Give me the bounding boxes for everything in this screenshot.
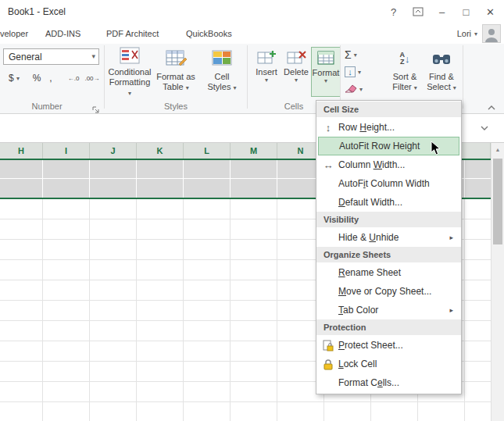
sort-filter-label-2: Filter: [392, 82, 411, 91]
menu-item-move-or-copy-sheet[interactable]: Move or Copy Sheet...: [318, 282, 459, 301]
accounting-format-button[interactable]: $ ▾: [3, 70, 25, 86]
menu-item-rename-sheet[interactable]: Rename Sheet: [318, 263, 459, 282]
conditional-formatting-button[interactable]: Conditional Formatting ▾: [107, 45, 152, 98]
sort-down-arrow-icon: ↓: [405, 53, 410, 65]
column-header-k[interactable]: K: [137, 143, 184, 159]
format-as-table-button[interactable]: Format as Table ▾: [154, 45, 198, 98]
cell-styles-label-2: Styles: [207, 82, 231, 91]
autosum-button[interactable]: Σ ▾: [345, 47, 357, 62]
find-select-label-2: Select: [427, 82, 451, 91]
menu-item-row-height[interactable]: ↕Row Height...: [318, 118, 459, 137]
ribbon-display-icon: [413, 7, 424, 16]
column-header-h[interactable]: H: [0, 143, 43, 159]
account-menu[interactable]: Lori ▾: [457, 23, 477, 44]
delete-cells-icon: [286, 47, 306, 67]
tab-pdf-architect[interactable]: PDF Architect: [102, 23, 163, 44]
column-header-i[interactable]: I: [43, 143, 90, 159]
delete-cells-button[interactable]: Delete ▾: [281, 47, 311, 97]
number-format-value: General: [9, 52, 42, 62]
menu-item-default-width[interactable]: Default Width...: [318, 193, 459, 212]
menu-item-tab-color[interactable]: Tab Color▸: [318, 301, 459, 319]
column-header-m[interactable]: M: [231, 143, 277, 159]
chevron-down-icon: ▾: [453, 84, 456, 91]
tab-developer-partial[interactable]: veloper: [0, 23, 33, 44]
number-format-select[interactable]: General ▾: [3, 48, 99, 65]
chevron-down-icon: ▾: [295, 77, 298, 84]
menu-section-organize-sheets: Organize Sheets: [316, 247, 461, 262]
eraser-icon: [345, 83, 357, 95]
close-button[interactable]: ✕: [480, 3, 501, 20]
comma-style-button[interactable]: ,: [45, 70, 56, 86]
menu-item-label: Protect Sheet...: [338, 340, 403, 351]
fill-down-icon: ↓: [345, 66, 356, 77]
menu-item-autof-it-column-width[interactable]: AutoFit Column Width: [318, 174, 459, 193]
window-title: Book1 - Excel: [8, 6, 66, 17]
percent-style-button[interactable]: %: [30, 70, 44, 86]
tab-add-ins[interactable]: ADD-INS: [41, 23, 85, 44]
menu-item-label: Move or Copy Sheet...: [338, 286, 431, 297]
vertical-scrollbar[interactable]: ▲: [491, 143, 504, 421]
menu-item-format-c-ells[interactable]: Format Cells...: [318, 373, 459, 392]
chevron-up-icon: [487, 105, 496, 111]
chevron-down-icon: ▾: [234, 84, 237, 91]
conditional-formatting-icon: [119, 45, 141, 67]
column-header-l[interactable]: L: [184, 143, 231, 159]
row-height-icon: ↕: [318, 122, 338, 134]
format-icon: [316, 48, 336, 68]
minimize-button[interactable]: –: [431, 3, 452, 20]
menu-item-protect-sheet[interactable]: Protect Sheet...: [318, 336, 459, 355]
chevron-down-icon: ▾: [128, 90, 131, 97]
conditional-formatting-label-2: Formatting: [109, 77, 151, 87]
menu-item-label: Lock Cell: [338, 359, 377, 369]
format-as-table-icon: [165, 45, 187, 72]
group-separator: [340, 45, 341, 109]
collapse-ribbon-button[interactable]: [485, 103, 498, 112]
menu-item-label: Column Width...: [338, 159, 405, 170]
menu-item-hide-unhide[interactable]: Hide & Unhide▸: [318, 228, 459, 247]
title-bar[interactable]: Book1 - Excel ? – □ ✕: [0, 0, 504, 23]
ribbon-tab-bar: veloper ADD-INS PDF Architect QuickBooks…: [0, 23, 504, 44]
number-group-label: Number: [0, 102, 94, 111]
binoculars-icon: [431, 45, 452, 72]
help-button[interactable]: ?: [383, 3, 404, 20]
find-select-button[interactable]: Find & Select ▾: [424, 45, 459, 98]
expand-formula-bar-button[interactable]: [477, 123, 491, 134]
decrease-decimal-button[interactable]: .00→: [83, 70, 102, 86]
menu-item-label: Row Height...: [338, 122, 395, 133]
mouse-cursor: [431, 141, 441, 159]
submenu-arrow-icon: ▸: [449, 234, 453, 241]
menu-item-lock-cell[interactable]: Lock Cell: [318, 355, 459, 373]
person-icon: [484, 27, 499, 42]
fill-button[interactable]: ↓ ▾: [345, 64, 361, 80]
submenu-arrow-icon: ▸: [449, 306, 453, 314]
chevron-down-icon: [480, 125, 489, 131]
increase-decimal-button[interactable]: ←.0: [64, 70, 83, 86]
chevron-down-icon: ▾: [414, 84, 417, 91]
scroll-up-button[interactable]: ▲: [491, 143, 504, 156]
format-cells-menu-button[interactable]: Format ▾: [311, 47, 341, 97]
column-header-j[interactable]: J: [90, 143, 137, 159]
menu-item-label: Hide & Unhide: [338, 232, 399, 243]
sigma-icon: Σ: [345, 48, 352, 61]
clear-button[interactable]: ▾: [345, 81, 363, 97]
maximize-button[interactable]: □: [456, 3, 477, 20]
menu-item-label: Format Cells...: [338, 377, 399, 388]
tab-quickbooks[interactable]: QuickBooks: [181, 23, 237, 44]
cell-styles-label-1: Cell: [215, 72, 230, 82]
avatar[interactable]: [482, 24, 501, 43]
account-name: Lori: [457, 29, 471, 38]
cell-styles-button[interactable]: Cell Styles ▾: [202, 45, 242, 98]
format-as-table-label-2: Table: [163, 82, 183, 91]
find-select-label-1: Find &: [429, 72, 454, 82]
menu-section-cell-size: Cell Size: [316, 102, 461, 117]
insert-cells-button[interactable]: Insert ▾: [252, 47, 281, 97]
format-as-table-label-1: Format as: [156, 72, 195, 82]
scrollbar-thumb[interactable]: [493, 159, 502, 244]
sort-filter-button[interactable]: A Z ↓ Sort & Filter ▾: [388, 45, 422, 98]
ribbon-display-options-button[interactable]: [407, 3, 428, 20]
chevron-down-icon: ▾: [324, 77, 327, 84]
number-dialog-launcher[interactable]: [92, 103, 102, 112]
insert-label: Insert: [256, 67, 277, 77]
lock-icon: [318, 359, 338, 370]
format-label: Format: [313, 68, 340, 77]
